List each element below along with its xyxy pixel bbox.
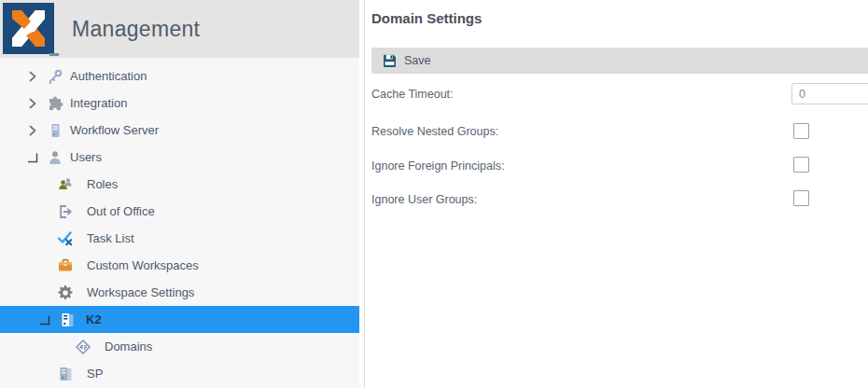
chevron-right-icon[interactable] [26, 71, 39, 82]
sidebar-item-authentication[interactable]: Authentication [0, 62, 359, 90]
floppy-disk-icon [383, 54, 397, 68]
domains-icon [75, 339, 91, 355]
key-icon [47, 68, 63, 85]
server-icon [47, 122, 63, 139]
sidebar-item-label: Out of Office [87, 204, 155, 218]
sidebar: Management Authentication Integration [0, 0, 359, 388]
sidebar-item-label: Roles [87, 177, 118, 191]
server-icon [57, 366, 74, 382]
ignore-user-groups-checkbox[interactable] [793, 190, 809, 206]
k2-logo-icon [3, 3, 54, 54]
sidebar-item-out-of-office[interactable]: Out of Office [0, 198, 359, 225]
chevron-right-icon[interactable] [26, 125, 39, 136]
sidebar-item-sp[interactable]: SP [0, 360, 359, 387]
app-title: Management [72, 0, 200, 58]
out-of-office-icon [57, 203, 74, 220]
sidebar-item-workflow-server[interactable]: Workflow Server [0, 117, 359, 144]
sidebar-item-roles[interactable]: Roles [0, 171, 359, 198]
collapse-icon[interactable] [38, 314, 51, 326]
task-list-icon [57, 230, 74, 247]
sidebar-header: Management [0, 0, 359, 58]
puzzle-icon [47, 95, 63, 112]
roles-icon [57, 176, 74, 193]
sidebar-item-label: Workspace Settings [87, 285, 194, 299]
sidebar-item-label: Integration [70, 96, 127, 110]
resolve-nested-groups-label: Resolve Nested Groups: [371, 125, 498, 138]
content-panel: Domain Settings Save Cache Timeout: Reso… [365, 0, 868, 388]
toolbar: Save [371, 48, 868, 74]
collapse-icon[interactable] [26, 152, 39, 163]
sidebar-item-label: Task List [87, 231, 134, 245]
sidebar-item-label: SP [87, 367, 103, 381]
sidebar-item-label: Users [70, 150, 102, 164]
chevron-right-icon[interactable] [26, 98, 39, 109]
briefcase-icon [57, 257, 74, 274]
sidebar-item-workspace-settings[interactable]: Workspace Settings [0, 279, 359, 306]
sidebar-item-task-list[interactable]: Task List [0, 225, 359, 252]
sidebar-item-domains[interactable]: Domains [0, 333, 359, 360]
ignore-user-groups-label: Ignore User Groups: [371, 193, 477, 206]
resolve-nested-groups-checkbox[interactable] [793, 123, 809, 139]
save-button[interactable]: Save [371, 48, 442, 74]
sidebar-item-integration[interactable]: Integration [0, 90, 359, 117]
ignore-foreign-principals-label: Ignore Foreign Principals: [371, 159, 504, 173]
sidebar-item-users[interactable]: Users [0, 144, 359, 171]
user-icon [47, 149, 63, 166]
sidebar-item-label: Workflow Server [70, 123, 159, 137]
ignore-foreign-principals-checkbox[interactable] [793, 157, 809, 173]
page-title: Domain Settings [371, 10, 482, 26]
sidebar-item-k2[interactable]: K2 [0, 306, 359, 333]
cache-timeout-label: Cache Timeout: [371, 88, 454, 101]
server-icon [59, 312, 76, 328]
sidebar-item-label: K2 [86, 312, 102, 326]
save-button-label: Save [404, 54, 431, 67]
sidebar-item-label: Custom Workspaces [87, 258, 199, 272]
gear-icon [57, 284, 74, 301]
sidebar-item-custom-workspaces[interactable]: Custom Workspaces [0, 252, 359, 279]
sidebar-item-label: Authentication [70, 69, 147, 83]
navigation-tree: Authentication Integration Workflow Serv… [0, 62, 359, 387]
partial-scrolled-item [49, 53, 59, 56]
cache-timeout-input[interactable] [791, 83, 868, 104]
sidebar-item-label: Domains [105, 340, 152, 353]
